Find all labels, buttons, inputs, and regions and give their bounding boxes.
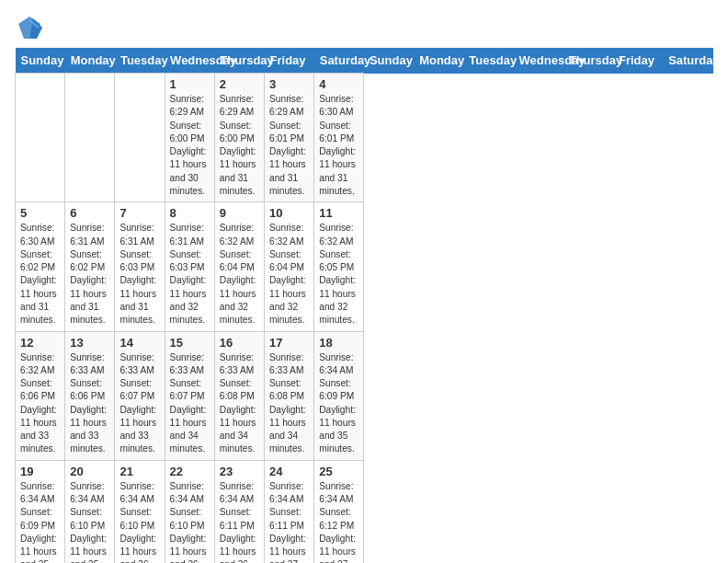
calendar-cell: 18Sunrise: 6:34 AMSunset: 6:09 PMDayligh… [314, 331, 364, 460]
day-detail: Sunrise: 6:34 AMSunset: 6:10 PMDaylight:… [119, 480, 159, 563]
day-number: 8 [170, 206, 210, 220]
day-number: 17 [269, 336, 309, 350]
day-header-saturday: Saturday [314, 48, 364, 74]
day-detail: Sunrise: 6:34 AMSunset: 6:11 PMDaylight:… [220, 480, 259, 563]
calendar-cell: 23Sunrise: 6:34 AMSunset: 6:11 PMDayligh… [214, 460, 264, 563]
day-detail: Sunrise: 6:31 AMSunset: 6:02 PMDaylight:… [70, 222, 109, 327]
day-number: 14 [119, 336, 159, 350]
calendar-cell: 8Sunrise: 6:31 AMSunset: 6:03 PMDaylight… [165, 202, 214, 331]
day-number: 15 [170, 336, 210, 350]
day-detail: Sunrise: 6:33 AMSunset: 6:06 PMDaylight:… [70, 351, 109, 456]
day-detail: Sunrise: 6:32 AMSunset: 6:04 PMDaylight:… [220, 222, 259, 327]
calendar-cell: 9Sunrise: 6:32 AMSunset: 6:04 PMDaylight… [214, 202, 264, 331]
day-detail: Sunrise: 6:34 AMSunset: 6:10 PMDaylight:… [170, 480, 210, 563]
day-number: 24 [269, 465, 309, 478]
day-number: 18 [319, 336, 358, 350]
day-header-tuesday: Tuesday [115, 48, 165, 74]
day-header-friday: Friday [265, 48, 314, 74]
day-detail: Sunrise: 6:31 AMSunset: 6:03 PMDaylight:… [170, 222, 210, 327]
day-number: 12 [20, 336, 60, 350]
calendar-cell: 11Sunrise: 6:32 AMSunset: 6:05 PMDayligh… [314, 202, 364, 331]
day-header-tuesday: Tuesday [463, 48, 513, 74]
calendar-cell: 17Sunrise: 6:33 AMSunset: 6:08 PMDayligh… [265, 331, 314, 460]
calendar-cell: 5Sunrise: 6:30 AMSunset: 6:02 PMDaylight… [16, 202, 65, 331]
day-detail: Sunrise: 6:32 AMSunset: 6:06 PMDaylight:… [20, 351, 60, 456]
day-detail: Sunrise: 6:34 AMSunset: 6:12 PMDaylight:… [319, 480, 358, 563]
day-detail: Sunrise: 6:34 AMSunset: 6:11 PMDaylight:… [269, 480, 309, 563]
day-detail: Sunrise: 6:33 AMSunset: 6:08 PMDaylight:… [220, 351, 259, 456]
day-detail: Sunrise: 6:32 AMSunset: 6:04 PMDaylight:… [269, 222, 309, 327]
day-number: 16 [220, 336, 259, 350]
day-header-saturday: Saturday [663, 48, 712, 74]
calendar-cell [115, 74, 165, 202]
day-detail: Sunrise: 6:33 AMSunset: 6:08 PMDaylight:… [269, 351, 309, 456]
calendar-cell: 14Sunrise: 6:33 AMSunset: 6:07 PMDayligh… [115, 331, 165, 460]
day-header-wednesday: Wednesday [165, 48, 214, 74]
day-number: 25 [319, 465, 358, 478]
calendar-cell: 20Sunrise: 6:34 AMSunset: 6:10 PMDayligh… [65, 460, 115, 563]
day-header-monday: Monday [414, 48, 463, 74]
day-detail: Sunrise: 6:29 AMSunset: 6:01 PMDaylight:… [269, 93, 309, 198]
day-number: 20 [70, 465, 109, 478]
day-number: 23 [220, 465, 259, 478]
day-header-thursday: Thursday [563, 48, 613, 74]
day-detail: Sunrise: 6:33 AMSunset: 6:07 PMDaylight:… [170, 351, 210, 456]
calendar-table: SundayMondayTuesdayWednesdayThursdayFrid… [15, 48, 713, 563]
day-number: 13 [70, 336, 109, 350]
calendar-cell: 3Sunrise: 6:29 AMSunset: 6:01 PMDaylight… [265, 74, 314, 202]
day-number: 1 [170, 77, 210, 91]
day-detail: Sunrise: 6:34 AMSunset: 6:10 PMDaylight:… [70, 480, 109, 563]
day-header-sunday: Sunday [364, 48, 414, 74]
day-number: 11 [319, 206, 358, 220]
day-number: 10 [269, 206, 309, 220]
logo [15, 15, 48, 40]
day-number: 4 [319, 77, 358, 91]
day-number: 2 [220, 77, 259, 91]
calendar-cell [65, 74, 115, 202]
day-number: 3 [269, 77, 309, 91]
day-detail: Sunrise: 6:34 AMSunset: 6:09 PMDaylight:… [319, 351, 358, 456]
day-header-monday: Monday [65, 48, 115, 74]
calendar-header-row: SundayMondayTuesdayWednesdayThursdayFrid… [16, 48, 713, 74]
day-detail: Sunrise: 6:33 AMSunset: 6:07 PMDaylight:… [119, 351, 159, 456]
calendar-cell [16, 74, 65, 202]
day-number: 6 [70, 206, 109, 220]
day-number: 22 [170, 465, 210, 478]
day-detail: Sunrise: 6:29 AMSunset: 6:00 PMDaylight:… [220, 93, 259, 198]
day-header-sunday: Sunday [16, 48, 65, 74]
calendar-cell: 2Sunrise: 6:29 AMSunset: 6:00 PMDaylight… [214, 74, 264, 202]
day-detail: Sunrise: 6:34 AMSunset: 6:09 PMDaylight:… [20, 480, 60, 563]
calendar-week-row: 19Sunrise: 6:34 AMSunset: 6:09 PMDayligh… [16, 460, 713, 563]
calendar-cell: 25Sunrise: 6:34 AMSunset: 6:12 PMDayligh… [314, 460, 364, 563]
calendar-cell: 22Sunrise: 6:34 AMSunset: 6:10 PMDayligh… [165, 460, 214, 563]
calendar-cell: 21Sunrise: 6:34 AMSunset: 6:10 PMDayligh… [115, 460, 165, 563]
day-detail: Sunrise: 6:31 AMSunset: 6:03 PMDaylight:… [119, 222, 159, 327]
day-number: 7 [119, 206, 159, 220]
day-number: 21 [119, 465, 159, 478]
day-number: 19 [20, 465, 60, 478]
day-detail: Sunrise: 6:30 AMSunset: 6:01 PMDaylight:… [319, 93, 358, 198]
day-number: 9 [220, 206, 259, 220]
logo-icon [15, 15, 44, 40]
day-header-friday: Friday [613, 48, 663, 74]
day-header-thursday: Thursday [214, 48, 264, 74]
calendar-cell: 6Sunrise: 6:31 AMSunset: 6:02 PMDaylight… [65, 202, 115, 331]
calendar-week-row: 1Sunrise: 6:29 AMSunset: 6:00 PMDaylight… [16, 74, 713, 202]
calendar-cell: 13Sunrise: 6:33 AMSunset: 6:06 PMDayligh… [65, 331, 115, 460]
calendar-cell: 15Sunrise: 6:33 AMSunset: 6:07 PMDayligh… [165, 331, 214, 460]
calendar-cell: 10Sunrise: 6:32 AMSunset: 6:04 PMDayligh… [265, 202, 314, 331]
day-detail: Sunrise: 6:29 AMSunset: 6:00 PMDaylight:… [170, 93, 210, 198]
day-number: 5 [20, 206, 60, 220]
calendar-cell: 16Sunrise: 6:33 AMSunset: 6:08 PMDayligh… [214, 331, 264, 460]
day-header-wednesday: Wednesday [514, 48, 563, 74]
calendar-week-row: 5Sunrise: 6:30 AMSunset: 6:02 PMDaylight… [16, 202, 713, 331]
calendar-cell: 12Sunrise: 6:32 AMSunset: 6:06 PMDayligh… [16, 331, 65, 460]
day-detail: Sunrise: 6:30 AMSunset: 6:02 PMDaylight:… [20, 222, 60, 327]
calendar-cell: 19Sunrise: 6:34 AMSunset: 6:09 PMDayligh… [16, 460, 65, 563]
calendar-week-row: 12Sunrise: 6:32 AMSunset: 6:06 PMDayligh… [16, 331, 713, 460]
day-detail: Sunrise: 6:32 AMSunset: 6:05 PMDaylight:… [319, 222, 358, 327]
calendar-cell: 1Sunrise: 6:29 AMSunset: 6:00 PMDaylight… [165, 74, 214, 202]
calendar-cell: 7Sunrise: 6:31 AMSunset: 6:03 PMDaylight… [115, 202, 165, 331]
calendar-cell: 24Sunrise: 6:34 AMSunset: 6:11 PMDayligh… [265, 460, 314, 563]
page-header [15, 15, 713, 40]
